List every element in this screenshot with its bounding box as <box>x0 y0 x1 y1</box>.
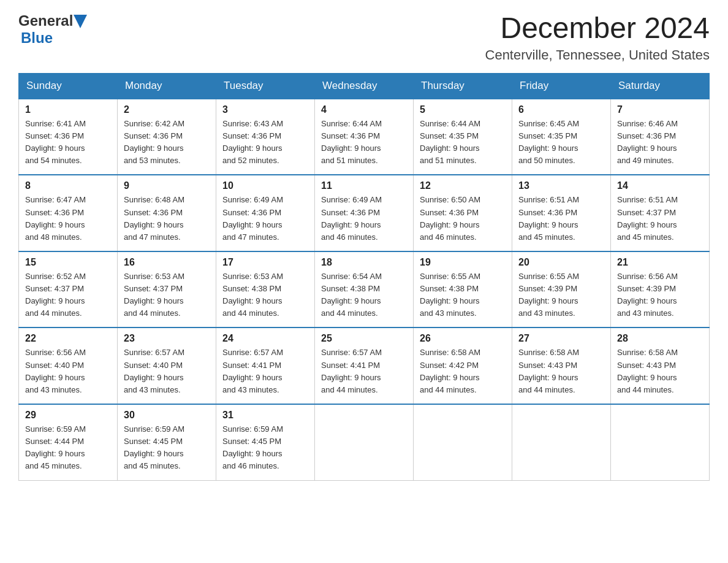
day-number: 25 <box>321 333 407 344</box>
day-info: Sunrise: 6:59 AM Sunset: 4:45 PM Dayligh… <box>124 423 210 473</box>
day-info: Sunrise: 6:54 AM Sunset: 4:38 PM Dayligh… <box>321 270 407 320</box>
day-info: Sunrise: 6:50 AM Sunset: 4:36 PM Dayligh… <box>420 194 506 243</box>
calendar-cell: 22 Sunrise: 6:56 AM Sunset: 4:40 PM Dayl… <box>19 327 118 404</box>
day-info: Sunrise: 6:55 AM Sunset: 4:38 PM Dayligh… <box>420 270 506 320</box>
calendar-cell: 30 Sunrise: 6:59 AM Sunset: 4:45 PM Dayl… <box>118 404 216 480</box>
calendar-table: SundayMondayTuesdayWednesdayThursdayFrid… <box>18 73 710 481</box>
day-info: Sunrise: 6:44 AM Sunset: 4:35 PM Dayligh… <box>420 118 506 167</box>
day-info: Sunrise: 6:44 AM Sunset: 4:36 PM Dayligh… <box>321 118 407 167</box>
day-info: Sunrise: 6:59 AM Sunset: 4:45 PM Dayligh… <box>222 423 308 473</box>
calendar-cell: 27 Sunrise: 6:58 AM Sunset: 4:43 PM Dayl… <box>512 327 611 404</box>
day-number: 16 <box>124 257 210 268</box>
header-monday: Monday <box>118 73 216 99</box>
calendar-cell: 23 Sunrise: 6:57 AM Sunset: 4:40 PM Dayl… <box>118 327 216 404</box>
calendar-cell <box>315 404 414 480</box>
day-number: 27 <box>518 333 604 344</box>
calendar-cell <box>611 404 710 480</box>
location-subtitle: Centerville, Tennessee, United States <box>485 47 710 63</box>
day-number: 22 <box>25 333 111 344</box>
day-number: 5 <box>420 104 506 115</box>
day-number: 12 <box>420 180 506 191</box>
week-row-3: 15 Sunrise: 6:52 AM Sunset: 4:37 PM Dayl… <box>19 251 710 328</box>
day-info: Sunrise: 6:49 AM Sunset: 4:36 PM Dayligh… <box>222 194 308 243</box>
header-thursday: Thursday <box>414 73 512 99</box>
header-tuesday: Tuesday <box>216 73 315 99</box>
calendar-cell: 7 Sunrise: 6:46 AM Sunset: 4:36 PM Dayli… <box>611 99 710 175</box>
header-friday: Friday <box>512 73 611 99</box>
day-info: Sunrise: 6:41 AM Sunset: 4:36 PM Dayligh… <box>25 118 111 167</box>
day-info: Sunrise: 6:56 AM Sunset: 4:39 PM Dayligh… <box>617 270 703 320</box>
calendar-cell: 18 Sunrise: 6:54 AM Sunset: 4:38 PM Dayl… <box>315 251 414 328</box>
day-number: 31 <box>222 410 308 421</box>
calendar-cell: 26 Sunrise: 6:58 AM Sunset: 4:42 PM Dayl… <box>414 327 512 404</box>
calendar-cell: 1 Sunrise: 6:41 AM Sunset: 4:36 PM Dayli… <box>19 99 118 175</box>
svg-marker-0 <box>74 15 87 28</box>
calendar-cell: 14 Sunrise: 6:51 AM Sunset: 4:37 PM Dayl… <box>611 175 710 251</box>
day-info: Sunrise: 6:58 AM Sunset: 4:43 PM Dayligh… <box>617 347 703 396</box>
calendar-cell: 2 Sunrise: 6:42 AM Sunset: 4:36 PM Dayli… <box>118 99 216 175</box>
month-title: December 2024 <box>485 12 710 45</box>
calendar-cell <box>512 404 611 480</box>
calendar-cell: 5 Sunrise: 6:44 AM Sunset: 4:35 PM Dayli… <box>414 99 512 175</box>
calendar-cell <box>414 404 512 480</box>
day-info: Sunrise: 6:58 AM Sunset: 4:43 PM Dayligh… <box>518 347 604 396</box>
day-info: Sunrise: 6:53 AM Sunset: 4:37 PM Dayligh… <box>124 270 210 320</box>
logo: General Blue <box>18 12 87 47</box>
calendar-cell: 9 Sunrise: 6:48 AM Sunset: 4:36 PM Dayli… <box>118 175 216 251</box>
calendar-cell: 25 Sunrise: 6:57 AM Sunset: 4:41 PM Dayl… <box>315 327 414 404</box>
calendar-cell: 6 Sunrise: 6:45 AM Sunset: 4:35 PM Dayli… <box>512 99 611 175</box>
week-row-4: 22 Sunrise: 6:56 AM Sunset: 4:40 PM Dayl… <box>19 327 710 404</box>
page-header: General Blue December 2024 Centerville, … <box>18 12 710 63</box>
header-sunday: Sunday <box>19 73 118 99</box>
day-info: Sunrise: 6:49 AM Sunset: 4:36 PM Dayligh… <box>321 194 407 243</box>
calendar-cell: 13 Sunrise: 6:51 AM Sunset: 4:36 PM Dayl… <box>512 175 611 251</box>
calendar-cell: 19 Sunrise: 6:55 AM Sunset: 4:38 PM Dayl… <box>414 251 512 328</box>
day-number: 18 <box>321 257 407 268</box>
day-info: Sunrise: 6:48 AM Sunset: 4:36 PM Dayligh… <box>124 194 210 243</box>
week-row-1: 1 Sunrise: 6:41 AM Sunset: 4:36 PM Dayli… <box>19 99 710 175</box>
day-info: Sunrise: 6:51 AM Sunset: 4:37 PM Dayligh… <box>617 194 703 243</box>
day-number: 29 <box>25 410 111 421</box>
day-number: 15 <box>25 257 111 268</box>
day-number: 13 <box>518 180 604 191</box>
day-info: Sunrise: 6:55 AM Sunset: 4:39 PM Dayligh… <box>518 270 604 320</box>
day-info: Sunrise: 6:46 AM Sunset: 4:36 PM Dayligh… <box>617 118 703 167</box>
logo-triangle-icon <box>74 15 87 28</box>
calendar-header-row: SundayMondayTuesdayWednesdayThursdayFrid… <box>19 73 710 99</box>
day-info: Sunrise: 6:42 AM Sunset: 4:36 PM Dayligh… <box>124 118 210 167</box>
day-number: 26 <box>420 333 506 344</box>
day-number: 4 <box>321 104 407 115</box>
day-info: Sunrise: 6:59 AM Sunset: 4:44 PM Dayligh… <box>25 423 111 473</box>
day-number: 23 <box>124 333 210 344</box>
day-info: Sunrise: 6:58 AM Sunset: 4:42 PM Dayligh… <box>420 347 506 396</box>
calendar-cell: 17 Sunrise: 6:53 AM Sunset: 4:38 PM Dayl… <box>216 251 315 328</box>
calendar-cell: 15 Sunrise: 6:52 AM Sunset: 4:37 PM Dayl… <box>19 251 118 328</box>
day-number: 30 <box>124 410 210 421</box>
calendar-cell: 28 Sunrise: 6:58 AM Sunset: 4:43 PM Dayl… <box>611 327 710 404</box>
calendar-cell: 12 Sunrise: 6:50 AM Sunset: 4:36 PM Dayl… <box>414 175 512 251</box>
day-info: Sunrise: 6:51 AM Sunset: 4:36 PM Dayligh… <box>518 194 604 243</box>
day-number: 14 <box>617 180 703 191</box>
day-number: 17 <box>222 257 308 268</box>
day-info: Sunrise: 6:52 AM Sunset: 4:37 PM Dayligh… <box>25 270 111 320</box>
day-number: 7 <box>617 104 703 115</box>
day-info: Sunrise: 6:43 AM Sunset: 4:36 PM Dayligh… <box>222 118 308 167</box>
day-info: Sunrise: 6:45 AM Sunset: 4:35 PM Dayligh… <box>518 118 604 167</box>
day-number: 6 <box>518 104 604 115</box>
logo-general-text: General <box>18 12 73 29</box>
calendar-cell: 10 Sunrise: 6:49 AM Sunset: 4:36 PM Dayl… <box>216 175 315 251</box>
header-wednesday: Wednesday <box>315 73 414 99</box>
day-number: 24 <box>222 333 308 344</box>
calendar-cell: 4 Sunrise: 6:44 AM Sunset: 4:36 PM Dayli… <box>315 99 414 175</box>
day-number: 9 <box>124 180 210 191</box>
day-info: Sunrise: 6:57 AM Sunset: 4:41 PM Dayligh… <box>222 347 308 396</box>
calendar-cell: 29 Sunrise: 6:59 AM Sunset: 4:44 PM Dayl… <box>19 404 118 480</box>
header-saturday: Saturday <box>611 73 710 99</box>
calendar-cell: 20 Sunrise: 6:55 AM Sunset: 4:39 PM Dayl… <box>512 251 611 328</box>
day-number: 19 <box>420 257 506 268</box>
calendar-cell: 3 Sunrise: 6:43 AM Sunset: 4:36 PM Dayli… <box>216 99 315 175</box>
calendar-cell: 8 Sunrise: 6:47 AM Sunset: 4:36 PM Dayli… <box>19 175 118 251</box>
day-number: 21 <box>617 257 703 268</box>
day-number: 10 <box>222 180 308 191</box>
day-number: 28 <box>617 333 703 344</box>
